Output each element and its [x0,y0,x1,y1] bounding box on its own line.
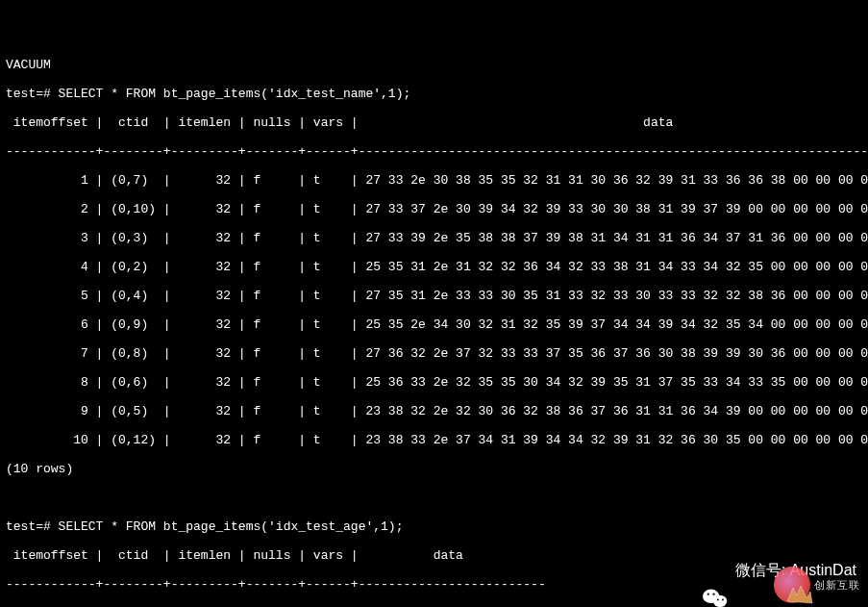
query2-prompt: test=# SELECT * FROM bt_page_items('idx_… [6,519,862,534]
brand-badge: 创新互联 [774,567,860,603]
table-row: 1 | (0,7) | 32 | f | t | 27 33 2e 30 38 … [6,173,862,188]
query1-sep: ------------+--------+---------+-------+… [6,144,862,159]
table-row: 6 | (0,9) | 32 | f | t | 25 35 2e 34 30 … [6,317,862,332]
query1-cols: itemoffset | ctid | itemlen | nulls | va… [6,115,862,130]
svg-point-5 [722,599,724,601]
query1-footer: (10 rows) [6,462,862,476]
svg-point-4 [717,599,719,601]
table-row: 4 | (0,2) | 32 | f | t | 25 35 31 2e 31 … [6,260,862,274]
query1-prompt: test=# SELECT * FROM bt_page_items('idx_… [6,87,862,101]
table-row: 3 | (0,3) | 32 | f | t | 27 33 39 2e 35 … [6,231,862,245]
table-row: 10 | (0,12) | 32 | f | t | 23 38 33 2e 3… [6,433,862,447]
table-row: 9 | (0,5) | 32 | f | t | 23 38 32 2e 32 … [6,404,862,418]
svg-point-2 [707,594,708,595]
wechat-icon [703,559,728,580]
svg-point-1 [713,595,727,607]
table-row: 2 | (0,10) | 32 | f | t | 27 33 37 2e 30… [6,202,862,216]
table-row: 8 | (0,6) | 32 | f | t | 25 36 33 2e 32 … [6,375,862,390]
table-row: 7 | (0,8) | 32 | f | t | 27 36 32 2e 37 … [6,346,862,361]
blank-line [6,491,862,505]
svg-point-3 [712,594,714,595]
table-row: 5 | (0,4) | 32 | f | t | 27 35 31 2e 33 … [6,289,862,303]
brand-logo-icon [774,567,810,603]
vacuum-line: VACUUM [6,58,862,72]
brand-text: 创新互联 [814,578,860,593]
